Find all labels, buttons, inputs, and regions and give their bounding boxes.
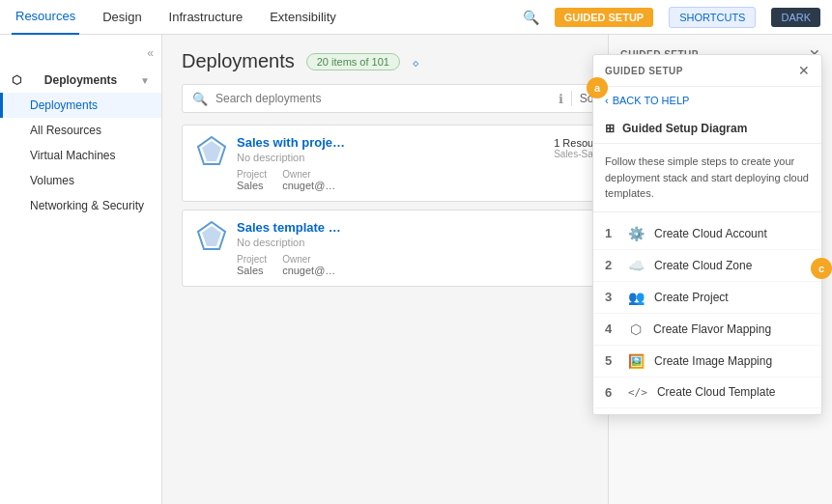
owner-value-2: cnuget@… — [282, 265, 335, 276]
step-5-label: Create Image Mapping — [654, 354, 772, 368]
step-3[interactable]: 3 👥 Create Project — [593, 282, 821, 314]
setup-intro-text: Follow these simple steps to create your… — [593, 144, 821, 212]
toolbar-divider — [571, 91, 572, 106]
guided-panel-front: GUIDED SETUP ✕ ‹ BACK TO HELP ⊞ Guided S… — [592, 54, 822, 415]
deployment-icon-1 — [196, 135, 227, 166]
sidebar-group-icon: ⬡ — [12, 73, 21, 87]
step-6-label: Create Cloud Template — [657, 385, 776, 399]
sidebar-item-networking-security[interactable]: Networking & Security — [0, 193, 161, 218]
search-icon[interactable]: 🔍 — [523, 10, 539, 25]
step-2-label: Create Cloud Zone — [654, 259, 752, 272]
nav-search-area: 🔍 GUIDED SETUP SHORTCUTS DARK — [523, 7, 820, 28]
shortcuts-button[interactable]: SHORTCUTS — [669, 7, 756, 28]
step-5-num: 5 — [605, 353, 618, 368]
step-4-icon: ⬡ — [628, 322, 644, 337]
card-meta-1: Project Sales Owner cnuget@… — [237, 169, 544, 191]
page-title: Deployments — [182, 50, 295, 72]
project-field-1: Project Sales — [237, 169, 267, 191]
back-arrow-icon: ‹ — [605, 95, 609, 106]
dark-mode-button[interactable]: DARK — [771, 8, 820, 27]
top-navigation: Resources Design Infrastructure Extensib… — [0, 0, 832, 35]
callout-badge-c: c — [811, 258, 832, 279]
nav-extensibility[interactable]: Extensibility — [266, 0, 340, 35]
card-desc-1: No description — [237, 152, 544, 163]
step-3-icon: 👥 — [628, 290, 645, 305]
owner-field-2: Owner cnuget@… — [282, 254, 335, 276]
sidebar-item-all-resources[interactable]: All Resources — [0, 118, 161, 143]
project-label-1: Project — [237, 169, 267, 180]
svg-marker-3 — [202, 226, 221, 246]
filter-icon[interactable]: ⬦ — [412, 54, 419, 70]
step-2[interactable]: 2 ☁️ Create Cloud Zone — [593, 250, 821, 282]
diagram-icon: ⊞ — [605, 122, 615, 135]
step-1[interactable]: 1 ⚙️ Create Cloud Account — [593, 218, 821, 250]
step-6[interactable]: 6 </> Create Cloud Template — [593, 378, 821, 408]
main-layout: « ⬡ Deployments ▼ Deployments All Resour… — [0, 35, 832, 504]
step-6-icon: </> — [628, 386, 647, 399]
content-area: Deployments 20 items of 101 ⬦ 🔍 ℹ Sort: … — [162, 35, 832, 504]
project-value-1: Sales — [237, 180, 264, 191]
step-5-icon: 🖼️ — [628, 353, 645, 369]
nav-resources[interactable]: Resources — [12, 0, 79, 35]
setup-diagram-button[interactable]: ⊞ Guided Setup Diagram — [593, 114, 821, 144]
card-body-2: Sales template … No description Project … — [237, 220, 590, 276]
sidebar-collapse-button[interactable]: « — [0, 42, 161, 64]
items-count-badge: 20 items of 101 — [306, 53, 400, 70]
search-input[interactable] — [215, 92, 551, 105]
deployment-icon-2 — [196, 220, 227, 251]
step-1-num: 1 — [605, 226, 618, 240]
callout-badge-a: a — [587, 77, 608, 98]
sidebar-group-header[interactable]: ⬡ Deployments ▼ — [0, 68, 161, 93]
step-4-num: 4 — [605, 322, 618, 336]
nav-infrastructure[interactable]: Infrastructure — [165, 0, 247, 35]
owner-value-1: cnuget@… — [282, 180, 335, 191]
svg-marker-1 — [202, 141, 221, 161]
step-1-label: Create Cloud Account — [654, 227, 767, 240]
setup-steps-list: 1 ⚙️ Create Cloud Account 2 ☁️ Create Cl… — [593, 212, 821, 414]
card-title-1[interactable]: Sales with proje… — [237, 135, 544, 150]
sidebar-item-volumes[interactable]: Volumes — [0, 168, 161, 193]
card-desc-2: No description — [237, 237, 590, 248]
owner-field-1: Owner cnuget@… — [282, 169, 335, 191]
sidebar: « ⬡ Deployments ▼ Deployments All Resour… — [0, 35, 162, 504]
info-icon: ℹ — [559, 92, 563, 106]
step-4[interactable]: 4 ⬡ Create Flavor Mapping — [593, 314, 821, 346]
step-6-num: 6 — [605, 385, 618, 400]
step-4-label: Create Flavor Mapping — [653, 322, 771, 336]
sidebar-group-deployments: ⬡ Deployments ▼ Deployments All Resource… — [0, 64, 161, 222]
nav-design[interactable]: Design — [99, 0, 145, 35]
step-5[interactable]: 5 🖼️ Create Image Mapping — [593, 346, 821, 378]
chevron-down-icon: ▼ — [140, 75, 150, 86]
guided-front-header: GUIDED SETUP ✕ — [593, 55, 821, 87]
search-icon: 🔍 — [192, 92, 208, 106]
sidebar-group-label: Deployments — [44, 73, 117, 87]
guided-setup-button[interactable]: GUIDED SETUP — [555, 8, 654, 27]
card-body-1: Sales with proje… No description Project… — [237, 135, 544, 191]
step-2-num: 2 — [605, 258, 618, 272]
guided-front-close-button[interactable]: ✕ — [798, 63, 810, 78]
owner-label-2: Owner — [282, 254, 335, 265]
card-title-2[interactable]: Sales template … — [237, 220, 590, 235]
sidebar-item-deployments[interactable]: Deployments — [0, 93, 161, 118]
guided-front-title: GUIDED SETUP — [605, 66, 683, 76]
owner-label-1: Owner — [282, 169, 335, 180]
project-field-2: Project Sales — [237, 254, 267, 276]
card-meta-2: Project Sales Owner cnuget@… — [237, 254, 590, 276]
project-value-2: Sales — [237, 265, 264, 276]
step-2-icon: ☁️ — [628, 258, 645, 273]
sidebar-item-virtual-machines[interactable]: Virtual Machines — [0, 143, 161, 168]
step-3-label: Create Project — [654, 291, 729, 304]
diagram-label: Guided Setup Diagram — [622, 122, 747, 135]
step-3-num: 3 — [605, 290, 618, 304]
step-1-icon: ⚙️ — [628, 226, 645, 241]
front-back-label: BACK TO HELP — [613, 95, 690, 106]
project-label-2: Project — [237, 254, 267, 265]
guided-front-back-link[interactable]: ‹ BACK TO HELP — [605, 95, 810, 106]
